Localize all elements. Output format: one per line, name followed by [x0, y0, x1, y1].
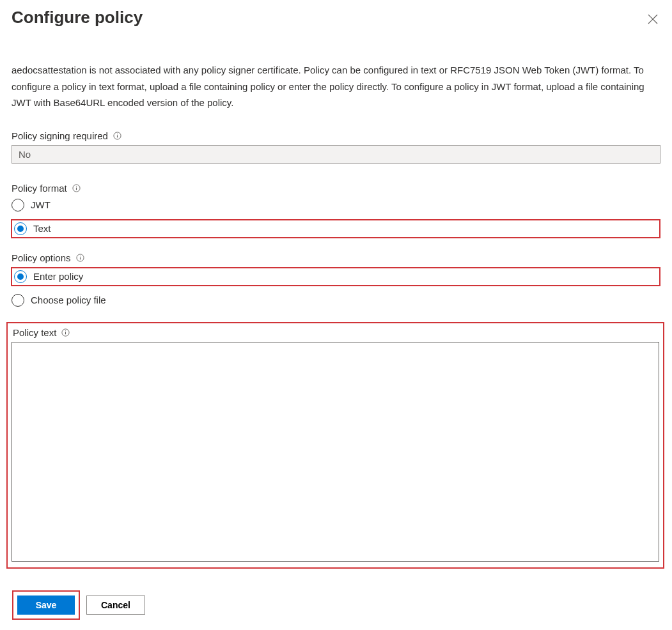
policy-format-label: Policy format [12, 183, 67, 194]
svg-point-7 [76, 186, 77, 187]
panel-header: Configure policy [12, 8, 660, 29]
policy-options-label: Policy options [12, 252, 71, 263]
policy-text-input[interactable] [12, 342, 659, 562]
radio-icon [14, 270, 27, 283]
policy-signing-label: Policy signing required [12, 130, 108, 141]
radio-jwt-label: JWT [31, 199, 51, 210]
svg-point-13 [65, 330, 66, 331]
policy-format-field: Policy format JWT Text [12, 183, 660, 238]
radio-icon [14, 222, 27, 235]
button-row: Save Cancel [12, 590, 660, 620]
svg-point-10 [80, 256, 81, 256]
info-icon[interactable] [61, 328, 70, 337]
radio-enter-label: Enter policy [33, 271, 83, 282]
radio-choose-label: Choose policy file [31, 295, 106, 305]
close-icon [648, 14, 658, 24]
page-title: Configure policy [12, 8, 143, 27]
policy-text-field: Policy text [6, 322, 664, 569]
policy-text-label: Policy text [13, 327, 56, 338]
policy-signing-input [12, 145, 660, 164]
radio-jwt[interactable]: JWT [12, 197, 660, 213]
info-icon[interactable] [72, 184, 81, 192]
radio-text-label: Text [33, 223, 51, 234]
policy-options-field: Policy options Enter policy Choose polic… [12, 252, 660, 308]
policy-signing-field: Policy signing required [12, 130, 660, 164]
svg-point-4 [117, 134, 118, 134]
description-text: aedocsattestation is not associated with… [12, 62, 660, 111]
radio-enter-policy[interactable]: Enter policy [12, 269, 83, 284]
save-button[interactable]: Save [17, 595, 75, 615]
cancel-button[interactable]: Cancel [86, 595, 145, 615]
info-icon[interactable] [76, 254, 84, 262]
info-icon[interactable] [113, 132, 121, 140]
radio-icon [12, 199, 24, 211]
close-button[interactable] [645, 12, 660, 29]
radio-choose-file[interactable]: Choose policy file [12, 293, 660, 308]
radio-icon [12, 294, 24, 307]
radio-text[interactable]: Text [12, 221, 51, 236]
